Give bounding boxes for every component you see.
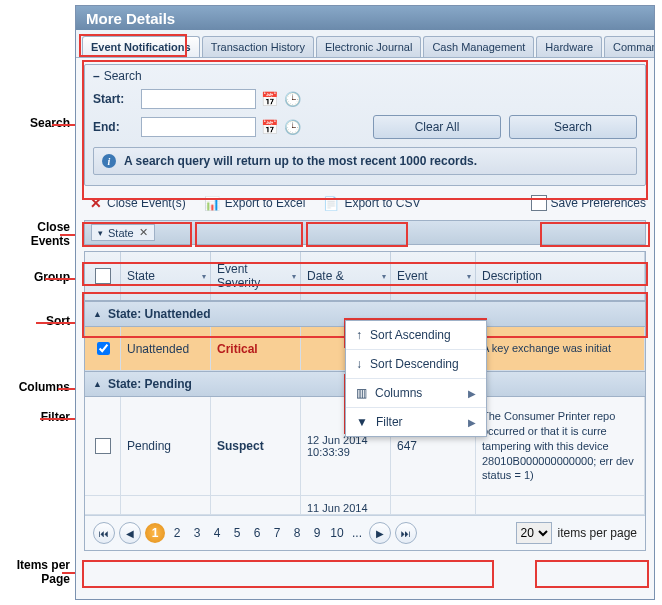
info-icon: i [102,154,116,168]
row-checkbox[interactable] [95,438,111,454]
export-excel-button[interactable]: Export to Excel [198,193,312,214]
calendar-icon[interactable] [259,89,279,109]
ann-filter: Filter [0,410,70,424]
tabstrip: Event Notifications Transaction History … [76,30,654,58]
row-checkbox[interactable] [97,342,110,355]
info-text: A search query will return up to the mos… [124,154,477,168]
clear-all-button[interactable]: Clear All [373,115,501,139]
chevron-down-icon: ▾ [202,272,206,281]
pager-page-2[interactable]: 2 [169,526,185,540]
x-icon: ✕ [90,195,102,211]
group-row: ▾ State ✕ [84,220,646,245]
title-text: More Details [86,10,175,27]
excel-icon [204,196,220,211]
chevron-down-icon: ▾ [292,272,296,281]
columns-icon [356,386,367,400]
save-pref-label: Save Preferences [551,196,646,210]
search-legend-text: Search [104,69,142,83]
pager-page-3[interactable]: 3 [189,526,205,540]
tab-event-notifications[interactable]: Event Notifications [82,36,200,57]
ann-search: Search [0,116,70,130]
header-severity[interactable]: Event Severity▾ [211,252,301,300]
info-bar: i A search query will return up to the m… [93,147,637,175]
ann-line [45,278,78,280]
tab-transaction-history[interactable]: Transaction History [202,36,314,57]
menu-filter[interactable]: Filter▶ [346,407,486,436]
group-chip-label: State [108,227,134,239]
tab-cash-management[interactable]: Cash Management [423,36,534,57]
pager-next[interactable]: ▶ [369,522,391,544]
pager-page-5[interactable]: 5 [229,526,245,540]
pager-page-7[interactable]: 7 [269,526,285,540]
collapse-icon: ▲ [93,379,102,389]
export-csv-button[interactable]: Export to CSV [317,193,426,214]
search-collapse[interactable]: – Search [93,69,637,83]
export-csv-label: Export to CSV [344,196,420,210]
cell-desc: The Consumer Printer repo occurred or th… [476,397,645,495]
header-state[interactable]: State▾ [121,252,211,300]
cell-state: Unattended [121,327,211,370]
header-event[interactable]: Event▾ [391,252,476,300]
tab-commands[interactable]: Commands [604,36,655,57]
page-size-select[interactable]: 20 [516,522,552,544]
remove-group-icon[interactable]: ✕ [139,226,148,239]
cell-desc: A key exchange was initiat [476,327,645,370]
pager-last[interactable]: ⏭ [395,522,417,544]
export-excel-label: Export to Excel [225,196,306,210]
collapse-icon: ▲ [93,309,102,319]
start-input[interactable] [141,89,256,109]
end-input[interactable] [141,117,256,137]
ann-line [36,322,78,324]
pager-first[interactable]: ⏮ [93,522,115,544]
chevron-down-icon: ▾ [467,272,471,281]
sort-desc-icon [356,357,362,371]
menu-sort-desc[interactable]: Sort Descending [346,349,486,378]
chevron-right-icon: ▶ [468,417,476,428]
calendar-icon[interactable] [259,117,279,137]
clock-icon[interactable] [282,89,302,109]
start-label: Start: [93,92,141,106]
end-label: End: [93,120,141,134]
csv-icon [323,196,339,211]
search-button[interactable]: Search [509,115,637,139]
pager-more[interactable]: ... [349,526,365,540]
group-label: State: Pending [108,377,192,391]
tab-hardware[interactable]: Hardware [536,36,602,57]
group-label: State: Unattended [108,307,211,321]
ann-line [52,124,76,126]
pager-page-8[interactable]: 8 [289,526,305,540]
more-details-panel: More Details Event Notifications Transac… [75,5,655,600]
group-chip-state[interactable]: ▾ State ✕ [91,224,155,241]
header-checkbox[interactable] [85,252,121,300]
ann-line [40,418,78,420]
table-row-partial: 11 Jun 2014 [85,496,645,515]
cell-date: 11 Jun 2014 [301,496,391,515]
close-events-button[interactable]: ✕ Close Event(s) [84,192,192,214]
minus-icon: – [93,69,100,83]
save-pref-checkbox[interactable] [531,195,547,211]
menu-columns[interactable]: Columns▶ [346,378,486,407]
pager: ⏮ ◀ 1 2 3 4 5 6 7 8 9 10 ... ▶ ⏭ 20 [85,515,645,550]
cell-severity: Suspect [211,397,301,495]
header-description[interactable]: Description [476,252,645,300]
header-date[interactable]: Date &▾ [301,252,391,300]
ann-columns: Columns [0,380,70,394]
cell-severity: Critical [211,327,301,370]
tab-electronic-journal[interactable]: Electronic Journal [316,36,421,57]
ann-group: Group [0,270,70,284]
pager-page-10[interactable]: 10 [329,526,345,540]
pager-page-9[interactable]: 9 [309,526,325,540]
pager-prev[interactable]: ◀ [119,522,141,544]
chevron-down-icon: ▾ [98,228,103,238]
search-area: – Search Start: End: Clear All Search [84,64,646,186]
clock-icon[interactable] [282,117,302,137]
toolbar: ✕ Close Event(s) Export to Excel Export … [84,192,646,214]
pager-page-4[interactable]: 4 [209,526,225,540]
menu-sort-asc[interactable]: Sort Ascending [346,321,486,349]
pager-page-6[interactable]: 6 [249,526,265,540]
grid-header: State▾ Event Severity▾ Date &▾ Event▾ De… [85,252,645,301]
page-size-label: items per page [558,526,637,540]
column-menu: Sort Ascending Sort Descending Columns▶ … [345,320,487,437]
pager-page-1[interactable]: 1 [145,523,165,543]
filter-icon [356,415,368,429]
